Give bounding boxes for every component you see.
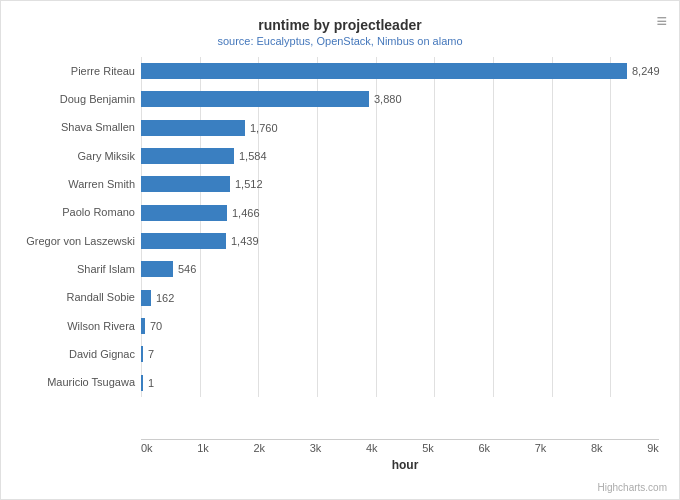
x-tick: 7k <box>535 442 547 454</box>
bar-value-label: 8,249 <box>632 65 660 77</box>
x-tick: 0k <box>141 442 153 454</box>
x-tick: 6k <box>479 442 491 454</box>
bar-row: 1,584 <box>141 145 669 167</box>
bar <box>141 176 230 192</box>
x-tick: 9k <box>647 442 659 454</box>
y-label: Warren Smith <box>11 179 135 190</box>
bar <box>141 205 227 221</box>
bar-row: 1,466 <box>141 202 669 224</box>
y-label: Gary Miksik <box>11 151 135 162</box>
bar-value-label: 546 <box>178 263 196 275</box>
bar-value-label: 7 <box>148 348 154 360</box>
chart-title: runtime by projectleader <box>11 17 669 33</box>
y-label: Wilson Rivera <box>11 321 135 332</box>
x-axis: 0k1k2k3k4k5k6k7k8k9k <box>141 442 669 454</box>
bar-row: 1,512 <box>141 173 669 195</box>
bar-row: 8,249 <box>141 60 669 82</box>
bar-value-label: 70 <box>150 320 162 332</box>
y-label: Pierre Riteau <box>11 66 135 77</box>
chart-area: Pierre RiteauDoug BenjaminShava SmallenG… <box>11 57 669 437</box>
bar <box>141 120 245 136</box>
x-axis-label: hour <box>141 458 669 472</box>
bar <box>141 233 226 249</box>
bar <box>141 375 143 391</box>
bar <box>141 261 173 277</box>
y-label: Randall Sobie <box>11 292 135 303</box>
bar-row: 70 <box>141 315 669 337</box>
y-labels: Pierre RiteauDoug BenjaminShava SmallenG… <box>11 57 141 397</box>
bar-value-label: 3,880 <box>374 93 402 105</box>
chart-container: ≡ runtime by projectleader source: Eucal… <box>0 0 680 500</box>
bar-value-label: 1,466 <box>232 207 260 219</box>
bar-row: 1 <box>141 372 669 394</box>
y-label: Mauricio Tsugawa <box>11 377 135 388</box>
y-label: David Gignac <box>11 349 135 360</box>
x-axis-line <box>141 439 659 440</box>
y-label: Doug Benjamin <box>11 94 135 105</box>
bar <box>141 63 627 79</box>
bar-value-label: 162 <box>156 292 174 304</box>
bar-row: 3,880 <box>141 88 669 110</box>
y-label: Paolo Romano <box>11 207 135 218</box>
chart-subtitle: source: Eucalyptus, OpenStack, Nimbus on… <box>11 35 669 47</box>
menu-icon[interactable]: ≡ <box>656 11 667 32</box>
bar-value-label: 1 <box>148 377 154 389</box>
bars-area: 8,2493,8801,7601,5841,5121,4661,43954616… <box>141 57 669 397</box>
x-tick: 2k <box>254 442 266 454</box>
x-tick: 1k <box>197 442 209 454</box>
bar <box>141 346 143 362</box>
bar <box>141 318 145 334</box>
bar <box>141 290 151 306</box>
bar-value-label: 1,439 <box>231 235 259 247</box>
highcharts-credit: Highcharts.com <box>598 482 667 493</box>
y-label: Shava Smallen <box>11 122 135 133</box>
bar-row: 7 <box>141 343 669 365</box>
bar-row: 1,760 <box>141 117 669 139</box>
x-tick: 8k <box>591 442 603 454</box>
x-tick: 3k <box>310 442 322 454</box>
bar-row: 546 <box>141 258 669 280</box>
y-label: Gregor von Laszewski <box>11 236 135 247</box>
bar <box>141 148 234 164</box>
bar-value-label: 1,512 <box>235 178 263 190</box>
bar-row: 1,439 <box>141 230 669 252</box>
x-tick: 5k <box>422 442 434 454</box>
y-label: Sharif Islam <box>11 264 135 275</box>
bar <box>141 91 369 107</box>
bar-rows: 8,2493,8801,7601,5841,5121,4661,43954616… <box>141 57 669 397</box>
bar-value-label: 1,760 <box>250 122 278 134</box>
bar-row: 162 <box>141 287 669 309</box>
bar-value-label: 1,584 <box>239 150 267 162</box>
x-tick: 4k <box>366 442 378 454</box>
